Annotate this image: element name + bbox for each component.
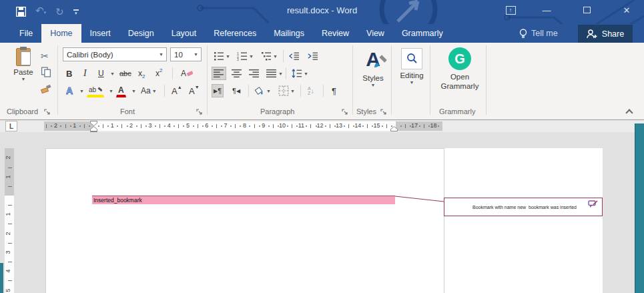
ruler-dot [212, 125, 213, 127]
ruler-number: 1 [73, 122, 76, 129]
increase-indent-button[interactable] [306, 49, 320, 63]
open-grammarly-button[interactable]: G Open Grammarly [435, 47, 485, 91]
clear-formatting-button[interactable]: A [179, 67, 195, 80]
paste-label: Paste [13, 68, 33, 76]
tell-me-box[interactable]: Tell me [519, 24, 558, 43]
ruler-dot [70, 125, 71, 127]
share-button[interactable]: Share [578, 25, 633, 43]
scrollbar[interactable] [635, 123, 644, 293]
rtl-direction-button[interactable]: ¶◀ [230, 84, 242, 97]
ribbon-display-options-icon[interactable]: ↑ [499, 3, 522, 17]
maximize-button[interactable] [575, 3, 598, 17]
format-painter-icon[interactable] [39, 81, 53, 95]
shading-button[interactable]: ▼ [252, 84, 273, 97]
tab-references[interactable]: References [205, 24, 265, 43]
bullets-button[interactable]: ▼ [212, 49, 232, 63]
font-name-combo[interactable]: Calibri (Body) ▼ [63, 47, 167, 61]
tab-insert[interactable]: Insert [81, 24, 119, 43]
first-line-indent-marker[interactable] [90, 121, 97, 126]
tab-file[interactable]: File [11, 24, 41, 43]
align-right-button[interactable] [247, 67, 262, 80]
sort-button[interactable]: AZ ↓ [306, 84, 316, 97]
right-indent-marker[interactable] [390, 126, 398, 131]
grow-font-button[interactable]: A▲ [170, 84, 184, 97]
styles-group-label: Styles [356, 107, 376, 115]
italic-button[interactable]: I [81, 67, 89, 80]
tab-review[interactable]: Review [313, 24, 358, 43]
justify-button[interactable]: ▼ [264, 67, 285, 80]
ruler-dot [382, 125, 383, 127]
font-color-dropdown-arrow[interactable]: ▼ [128, 84, 138, 97]
tab-home[interactable]: Home [41, 24, 81, 43]
align-left-button[interactable] [212, 67, 226, 80]
text-effects-dropdown-arrow[interactable]: ▼ [76, 84, 86, 97]
copy-icon[interactable] [39, 65, 53, 79]
editing-button[interactable]: Editing ▼ [395, 48, 428, 85]
clipboard-dialog-launcher-icon[interactable] [44, 109, 51, 115]
svg-text:3: 3 [237, 57, 239, 61]
font-size-combo[interactable]: 10 ▼ [170, 47, 202, 61]
bold-button[interactable]: B [64, 67, 74, 80]
horizontal-ruler[interactable]: 211234567891011121314151718 [44, 121, 442, 131]
tab-view[interactable]: View [358, 24, 393, 43]
line-spacing-button[interactable]: ▼ [290, 67, 310, 80]
strikethrough-button[interactable]: abc [117, 67, 133, 80]
mini-separator [164, 85, 165, 97]
styles-button[interactable]: A Styles ▼ [356, 47, 390, 87]
tab-design[interactable]: Design [119, 24, 163, 43]
ruler-number: 1 [5, 213, 11, 216]
commented-text-highlight[interactable]: Inserted_bookmark [92, 196, 395, 204]
editing-dropdown-arrow[interactable]: ▼ [410, 80, 414, 85]
text-effects-button[interactable]: A [64, 84, 75, 97]
ruler-dot [183, 125, 184, 127]
ruler-dot [136, 125, 137, 127]
highlight-dropdown-arrow[interactable]: ▼ [105, 84, 115, 97]
collapse-ribbon-icon[interactable] [625, 109, 634, 115]
bookmark-text[interactable]: Inserted_bookmark [93, 197, 142, 204]
paste-dropdown-arrow[interactable]: ▼ [21, 77, 26, 81]
highlight-color-button[interactable]: ab [87, 84, 104, 97]
tab-layout[interactable]: Layout [163, 24, 206, 43]
paragraph-dialog-launcher-icon[interactable] [342, 109, 348, 115]
ruler-number: 11 [298, 122, 304, 129]
multilevel-list-button[interactable]: ▼ [259, 49, 280, 63]
styles-dialog-launcher-icon[interactable] [380, 109, 387, 115]
minimize-button[interactable]: — [535, 3, 558, 17]
underline-dropdown-arrow[interactable]: ▼ [107, 67, 117, 80]
borders-button[interactable]: ▼ [276, 84, 297, 97]
decrease-indent-button[interactable] [287, 49, 302, 63]
paste-button[interactable]: Paste ▼ [8, 48, 39, 81]
show-marks-button[interactable]: ¶ [330, 84, 338, 97]
screen-edge-left [0, 263, 3, 293]
font-size-dropdown-arrow[interactable]: ▼ [194, 52, 198, 57]
share-person-icon [587, 29, 598, 39]
comment-bubble-icon[interactable] [588, 200, 598, 208]
font-name-dropdown-arrow[interactable]: ▼ [159, 52, 164, 57]
underline-button[interactable]: U [96, 67, 106, 80]
ltr-direction-button[interactable]: ▶¶ [212, 84, 224, 97]
ruler-dot [230, 125, 232, 127]
numbering-button[interactable]: 1 2 3 ▼ [235, 49, 256, 63]
font-dialog-launcher-icon[interactable] [196, 109, 203, 115]
ruler-tick [121, 124, 122, 128]
tab-grammarly[interactable]: Grammarly [393, 24, 452, 43]
shrink-font-button[interactable]: A▼ [187, 84, 202, 97]
cut-icon[interactable]: ✂ [39, 49, 51, 63]
styles-dropdown-arrow[interactable]: ▼ [371, 83, 376, 87]
document-page[interactable] [45, 148, 444, 293]
align-center-button[interactable] [230, 67, 244, 80]
tab-mailings[interactable]: Mailings [265, 24, 313, 43]
change-case-button[interactable]: Aa▼ [139, 84, 159, 97]
close-button[interactable]: ✕ [615, 3, 638, 17]
superscript-button[interactable]: x2 [153, 67, 164, 80]
comment-balloon[interactable]: Bookmark with name new bookmark was inse… [444, 198, 603, 216]
highlight-pen-icon [96, 87, 102, 93]
font-color-button[interactable]: A [116, 84, 126, 97]
ribbon: Paste ▼ ✂ Clipboard Calibri (Body) ▼ [0, 43, 644, 120]
ruler-dot [334, 125, 336, 127]
vertical-ruler[interactable]: 2112345 [5, 148, 14, 293]
lightbulb-icon [519, 29, 527, 39]
ruler-tick [84, 124, 85, 128]
tab-stop-selector[interactable]: L [5, 121, 17, 131]
subscript-button[interactable]: x2 [136, 67, 147, 80]
